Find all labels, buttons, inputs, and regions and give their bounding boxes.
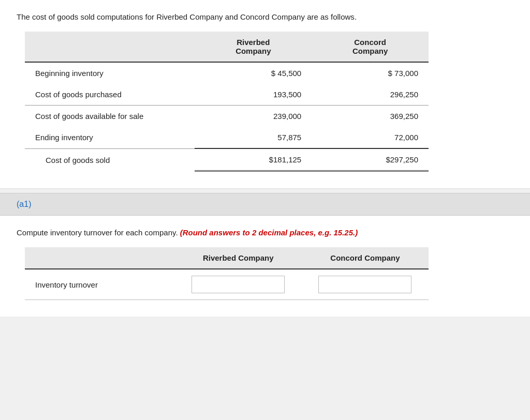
row-label: Cost of goods purchased	[25, 84, 195, 106]
compute-text: Compute inventory turnover for each comp…	[17, 228, 513, 237]
col-header-riverbed: Riverbed Company	[195, 32, 312, 62]
cogs-table: Riverbed Company Concord Company Beginni…	[25, 32, 429, 172]
table-header-row: Riverbed Company Concord Company	[25, 247, 429, 269]
riverbed-value: 57,875	[195, 127, 312, 148]
riverbed-value: 239,000	[195, 106, 312, 127]
table-header-row: Riverbed Company Concord Company	[25, 32, 429, 62]
row-label: Cost of goods sold	[25, 148, 195, 171]
concord-turnover-input[interactable]	[318, 276, 411, 293]
riverbed-turnover-input[interactable]	[192, 276, 285, 293]
concord-input-cell	[302, 269, 429, 300]
cogs-card: The cost of goods sold computations for …	[0, 0, 530, 189]
concord-value: $ 73,000	[312, 62, 429, 84]
row-label: Beginning inventory	[25, 62, 195, 84]
table-row: Cost of goods purchased 193,500 296,250	[25, 84, 429, 106]
table-row: Cost of goods sold $181,125 $297,250	[25, 148, 429, 171]
col-header-empty	[25, 32, 195, 62]
intro-text: The cost of goods sold computations for …	[17, 12, 513, 21]
col-header-riverbed: Riverbed Company	[175, 247, 302, 269]
col-header-concord: Concord Company	[302, 247, 429, 269]
concord-value: 369,250	[312, 106, 429, 127]
col-header-concord: Concord Company	[312, 32, 429, 62]
riverbed-value: $181,125	[195, 148, 312, 171]
turnover-table: Riverbed Company Concord Company Invento…	[25, 247, 429, 300]
table-row: Ending inventory 57,875 72,000	[25, 127, 429, 148]
riverbed-value: 193,500	[195, 84, 312, 106]
concord-value: 72,000	[312, 127, 429, 148]
concord-value: $297,250	[312, 148, 429, 171]
section-label: (a1)	[0, 193, 530, 216]
row-label: Cost of goods available for sale	[25, 106, 195, 127]
riverbed-value: $ 45,500	[195, 62, 312, 84]
col-header-empty	[25, 247, 175, 269]
row-label: Ending inventory	[25, 127, 195, 148]
table-row: Cost of goods available for sale 239,000…	[25, 106, 429, 127]
table-row: Beginning inventory $ 45,500 $ 73,000	[25, 62, 429, 84]
table-row: Inventory turnover	[25, 269, 429, 300]
riverbed-input-cell	[175, 269, 302, 300]
page: The cost of goods sold computations for …	[0, 0, 530, 420]
concord-value: 296,250	[312, 84, 429, 106]
turnover-card: Compute inventory turnover for each comp…	[0, 216, 530, 317]
row-label: Inventory turnover	[25, 269, 175, 300]
